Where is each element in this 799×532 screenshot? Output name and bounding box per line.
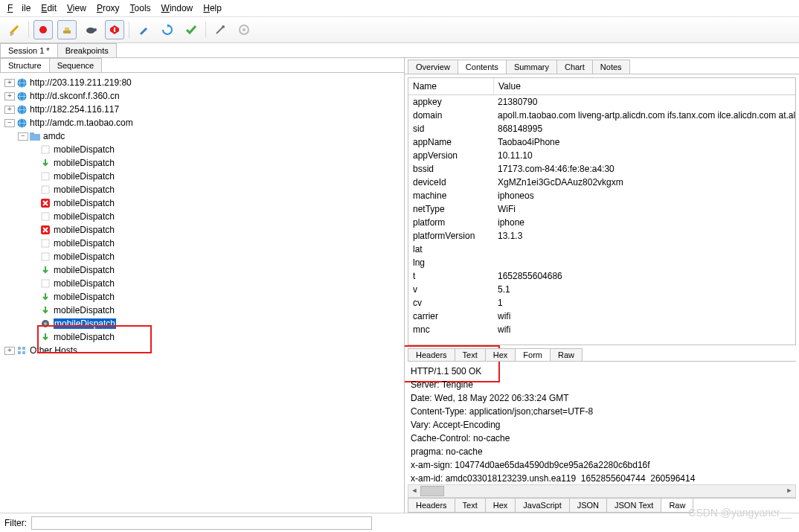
svg-rect-1 bbox=[63, 31, 71, 33]
tree-item[interactable]: mobileDispatch bbox=[54, 211, 115, 222]
down-icon bbox=[40, 158, 51, 168]
settings-icon[interactable] bbox=[234, 20, 254, 39]
col-value[interactable]: Value bbox=[494, 78, 795, 94]
tree-host[interactable]: http://182.254.116.117 bbox=[30, 104, 119, 115]
tab-contents[interactable]: Contents bbox=[458, 60, 507, 74]
refresh-icon[interactable] bbox=[158, 20, 177, 39]
tools-icon[interactable] bbox=[211, 20, 230, 39]
response-body[interactable]: HTTP/1.1 500 OKServer: TengineDate: Wed,… bbox=[408, 365, 796, 481]
table-row[interactable]: sid868148995 bbox=[408, 122, 795, 135]
svg-rect-37 bbox=[18, 351, 21, 354]
down-icon bbox=[40, 305, 51, 315]
menu-edit[interactable]: Edit bbox=[36, 1, 61, 15]
tree-item[interactable]: mobileDispatch bbox=[54, 158, 115, 168]
scroll-thumb[interactable] bbox=[420, 486, 444, 496]
col-name[interactable]: Name bbox=[408, 78, 494, 94]
blank-icon bbox=[40, 185, 51, 195]
menu-tools[interactable]: Tools bbox=[126, 1, 155, 15]
tree-host[interactable]: http://amdc.m.taobao.com bbox=[30, 118, 133, 128]
tree-item[interactable]: mobileDispatch bbox=[54, 238, 115, 249]
tab-req-form[interactable]: Form bbox=[515, 348, 551, 361]
menu-view[interactable]: View bbox=[62, 1, 91, 15]
filter-bar: Filter: bbox=[0, 513, 799, 532]
table-row[interactable]: mncwifi bbox=[408, 323, 795, 336]
table-row[interactable]: netTypeWiFi bbox=[408, 202, 795, 216]
table-row[interactable]: deviceIdXgMZn1ei3GcDAAuz802vkgxm bbox=[408, 176, 795, 189]
table-row[interactable]: platformVersion13.1.3 bbox=[408, 229, 795, 243]
tree-host[interactable]: http://d.skconf.f.360.cn bbox=[30, 91, 120, 101]
globe-icon bbox=[16, 91, 27, 101]
tab-resp-hex[interactable]: Hex bbox=[485, 499, 516, 513]
tab-resp-text[interactable]: Text bbox=[455, 499, 486, 513]
table-row[interactable]: cv1 bbox=[408, 296, 795, 310]
tree-item[interactable]: mobileDispatch bbox=[54, 332, 115, 342]
table-row[interactable]: appVersion10.11.10 bbox=[408, 149, 795, 162]
breakpoints-icon[interactable] bbox=[105, 20, 124, 39]
table-row[interactable]: appkey21380790 bbox=[408, 95, 795, 109]
svg-rect-24 bbox=[42, 146, 49, 153]
filter-input[interactable] bbox=[31, 516, 372, 530]
tree-item[interactable]: mobileDispatch bbox=[54, 225, 115, 235]
scroll-right-icon[interactable]: ► bbox=[783, 485, 795, 496]
tree-other-hosts[interactable]: Other Hosts bbox=[30, 345, 77, 356]
tree-item[interactable]: mobileDispatch bbox=[54, 171, 115, 182]
menu-help[interactable]: Help bbox=[199, 1, 226, 15]
tab-breakpoints[interactable]: Breakpoints bbox=[57, 43, 117, 57]
tab-notes[interactable]: Notes bbox=[592, 60, 630, 74]
tab-resp-jsontext[interactable]: JSON Text bbox=[606, 499, 661, 513]
table-row[interactable]: machineiphoneos bbox=[408, 189, 795, 202]
tab-structure[interactable]: Structure bbox=[0, 58, 50, 72]
broom-icon[interactable] bbox=[4, 20, 24, 39]
edit-icon[interactable] bbox=[134, 20, 153, 39]
tree-host[interactable]: http://203.119.211.219:80 bbox=[30, 77, 132, 88]
tab-overview[interactable]: Overview bbox=[408, 60, 458, 74]
tree-item[interactable]: mobileDispatch bbox=[54, 198, 115, 208]
check-icon[interactable] bbox=[182, 20, 201, 39]
throttle-icon[interactable] bbox=[57, 20, 77, 39]
tree-item[interactable]: mobileDispatch bbox=[54, 251, 115, 262]
tab-resp-javascript[interactable]: JavaScript bbox=[515, 499, 569, 513]
tab-req-headers[interactable]: Headers bbox=[408, 348, 455, 361]
table-row[interactable]: v5.1 bbox=[408, 283, 795, 296]
horizontal-scrollbar[interactable]: ◄ ► bbox=[408, 484, 796, 498]
svg-point-7 bbox=[222, 25, 225, 28]
tab-resp-headers[interactable]: Headers bbox=[408, 499, 455, 513]
tab-req-raw[interactable]: Raw bbox=[550, 348, 583, 361]
table-row[interactable]: bssid17173.com-84:46:fe:8e:a4:30 bbox=[408, 162, 795, 176]
record-icon[interactable] bbox=[33, 20, 53, 39]
tab-chart[interactable]: Chart bbox=[556, 60, 593, 74]
tab-resp-json[interactable]: JSON bbox=[569, 499, 607, 513]
table-row[interactable]: carrierwifi bbox=[408, 310, 795, 323]
tab-session[interactable]: Session 1 * bbox=[0, 43, 58, 57]
tree-item[interactable]: mobileDispatch bbox=[54, 292, 115, 302]
tree-item[interactable]: mobileDispatch bbox=[54, 265, 115, 275]
table-row[interactable]: platformiphone bbox=[408, 216, 795, 229]
response-line: x-am-id: amdc033018123239.unsh.ea119_165… bbox=[408, 472, 796, 481]
tree-item[interactable]: mobileDispatch bbox=[54, 185, 115, 195]
tab-resp-raw[interactable]: Raw bbox=[661, 499, 693, 513]
svg-rect-2 bbox=[65, 28, 69, 31]
scroll-left-icon[interactable]: ◄ bbox=[408, 485, 420, 496]
tab-req-text[interactable]: Text bbox=[455, 348, 486, 361]
menu-window[interactable]: Window bbox=[157, 1, 198, 15]
tab-summary[interactable]: Summary bbox=[506, 60, 557, 74]
table-row[interactable]: lat bbox=[408, 243, 795, 256]
tree-item[interactable]: mobileDispatch bbox=[54, 144, 115, 155]
menu-file[interactable]: File bbox=[3, 1, 35, 15]
tree-item[interactable]: mobileDispatch bbox=[54, 278, 115, 289]
table-row[interactable]: lng bbox=[408, 256, 795, 269]
tree-item[interactable]: mobileDispatch bbox=[54, 305, 115, 315]
table-row[interactable]: appNameTaobao4iPhone bbox=[408, 135, 795, 149]
svg-point-9 bbox=[243, 28, 246, 31]
response-line: Date: Wed, 18 May 2022 06:33:24 GMT bbox=[408, 391, 796, 405]
tab-req-hex[interactable]: Hex bbox=[485, 348, 516, 361]
tab-sequence[interactable]: Sequence bbox=[49, 58, 103, 72]
table-row[interactable]: t1652855604686 bbox=[408, 269, 795, 283]
structure-tree[interactable]: +http://203.119.211.219:80+http://d.skco… bbox=[0, 73, 404, 513]
svg-point-34 bbox=[44, 322, 47, 325]
tree-folder[interactable]: amdc bbox=[43, 131, 65, 141]
menu-proxy[interactable]: Proxy bbox=[92, 1, 124, 15]
turtle-icon[interactable] bbox=[81, 20, 100, 39]
tree-item[interactable]: mobileDispatch bbox=[54, 318, 116, 329]
table-row[interactable]: domainapoll.m.taobao.com liveng-artp.ali… bbox=[408, 109, 795, 122]
